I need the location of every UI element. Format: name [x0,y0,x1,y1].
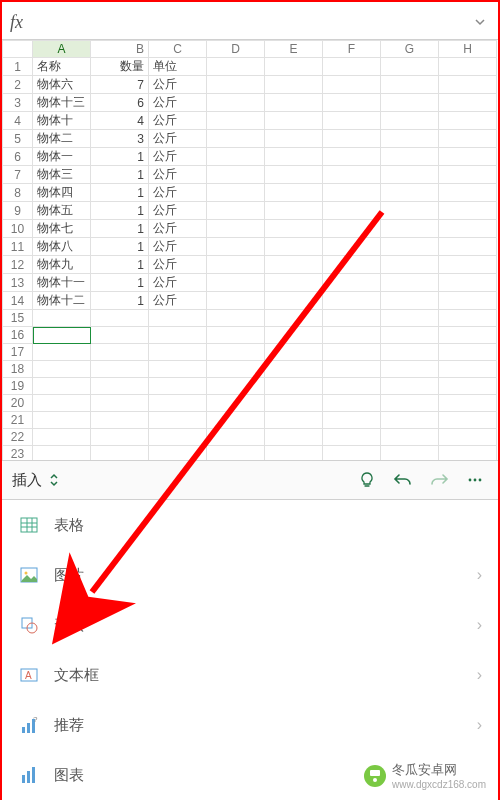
cell-C23[interactable] [149,446,207,461]
cell-D17[interactable] [207,344,265,361]
table-row[interactable]: 17 [3,344,497,361]
table-row[interactable]: 3物体十三6公斤 [3,94,497,112]
cell-A13[interactable]: 物体十一 [33,274,91,292]
cell-E19[interactable] [265,378,323,395]
cell-C6[interactable]: 公斤 [149,148,207,166]
table-row[interactable]: 12物体九1公斤 [3,256,497,274]
cell-F9[interactable] [323,202,381,220]
row-header-8[interactable]: 8 [3,184,33,202]
cell-F16[interactable] [323,327,381,344]
chevron-down-icon[interactable] [470,15,490,31]
cell-C9[interactable]: 公斤 [149,202,207,220]
cell-B14[interactable]: 1 [91,292,149,310]
cell-D18[interactable] [207,361,265,378]
more-icon[interactable] [462,467,488,493]
cell-G14[interactable] [381,292,439,310]
cell-G11[interactable] [381,238,439,256]
cell-G6[interactable] [381,148,439,166]
cell-H11[interactable] [439,238,497,256]
column-header-F[interactable]: F [323,41,381,58]
column-header-B[interactable]: B [91,41,149,58]
cell-B22[interactable] [91,429,149,446]
cell-E12[interactable] [265,256,323,274]
cell-C18[interactable] [149,361,207,378]
cell-H5[interactable] [439,130,497,148]
row-header-10[interactable]: 10 [3,220,33,238]
row-header-2[interactable]: 2 [3,76,33,94]
cell-H19[interactable] [439,378,497,395]
cell-G20[interactable] [381,395,439,412]
row-header-23[interactable]: 23 [3,446,33,461]
cell-G4[interactable] [381,112,439,130]
table-row[interactable]: 15 [3,310,497,327]
cell-H4[interactable] [439,112,497,130]
cell-G15[interactable] [381,310,439,327]
cell-G16[interactable] [381,327,439,344]
cell-C15[interactable] [149,310,207,327]
cell-C10[interactable]: 公斤 [149,220,207,238]
cell-H13[interactable] [439,274,497,292]
table-row[interactable]: 22 [3,429,497,446]
table-row[interactable]: 23 [3,446,497,461]
cell-E4[interactable] [265,112,323,130]
cell-D15[interactable] [207,310,265,327]
cell-A19[interactable] [33,378,91,395]
cell-E6[interactable] [265,148,323,166]
cell-F21[interactable] [323,412,381,429]
cell-F4[interactable] [323,112,381,130]
cell-D5[interactable] [207,130,265,148]
menu-item-recommend[interactable]: ?推荐› [2,700,498,750]
cell-G17[interactable] [381,344,439,361]
cell-F19[interactable] [323,378,381,395]
cell-E14[interactable] [265,292,323,310]
column-header-G[interactable]: G [381,41,439,58]
cell-C7[interactable]: 公斤 [149,166,207,184]
cell-G12[interactable] [381,256,439,274]
cell-D22[interactable] [207,429,265,446]
cell-H23[interactable] [439,446,497,461]
cell-E16[interactable] [265,327,323,344]
cell-A8[interactable]: 物体四 [33,184,91,202]
cell-H14[interactable] [439,292,497,310]
row-header-9[interactable]: 9 [3,202,33,220]
cell-B16[interactable] [91,327,149,344]
cell-F12[interactable] [323,256,381,274]
cell-B19[interactable] [91,378,149,395]
row-header-7[interactable]: 7 [3,166,33,184]
cell-H18[interactable] [439,361,497,378]
cell-B18[interactable] [91,361,149,378]
cell-C4[interactable]: 公斤 [149,112,207,130]
cell-A14[interactable]: 物体十二 [33,292,91,310]
cell-D12[interactable] [207,256,265,274]
row-header-6[interactable]: 6 [3,148,33,166]
cell-G19[interactable] [381,378,439,395]
cell-G1[interactable] [381,58,439,76]
cell-F10[interactable] [323,220,381,238]
cell-D14[interactable] [207,292,265,310]
cell-D6[interactable] [207,148,265,166]
cell-B1[interactable]: 数量 [91,58,149,76]
cell-A23[interactable] [33,446,91,461]
cell-C8[interactable]: 公斤 [149,184,207,202]
row-header-17[interactable]: 17 [3,344,33,361]
cell-E18[interactable] [265,361,323,378]
table-row[interactable]: 7物体三1公斤 [3,166,497,184]
cell-A5[interactable]: 物体二 [33,130,91,148]
column-header-D[interactable]: D [207,41,265,58]
table-row[interactable]: 1名称数量单位 [3,58,497,76]
cell-F11[interactable] [323,238,381,256]
cell-A7[interactable]: 物体三 [33,166,91,184]
column-header-C[interactable]: C [149,41,207,58]
cell-D19[interactable] [207,378,265,395]
cell-A16[interactable] [33,327,91,344]
cell-B15[interactable] [91,310,149,327]
cell-H8[interactable] [439,184,497,202]
cell-A3[interactable]: 物体十三 [33,94,91,112]
cell-D8[interactable] [207,184,265,202]
cell-G3[interactable] [381,94,439,112]
cell-F22[interactable] [323,429,381,446]
cell-D23[interactable] [207,446,265,461]
cell-G18[interactable] [381,361,439,378]
row-header-4[interactable]: 4 [3,112,33,130]
table-row[interactable]: 5物体二3公斤 [3,130,497,148]
